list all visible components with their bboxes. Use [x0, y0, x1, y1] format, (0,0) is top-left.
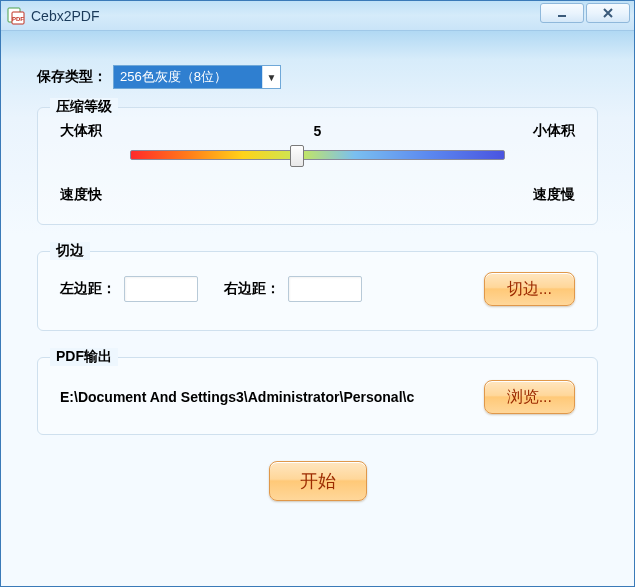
output-row: E:\Document And Settings3\Administrator\… [60, 372, 575, 414]
trim-group: 切边 左边距： 右边距： 切边... [37, 251, 598, 331]
compression-slider[interactable] [130, 150, 505, 174]
start-button[interactable]: 开始 [269, 461, 367, 501]
compression-bottom-labels: 速度快 速度慢 [60, 186, 575, 204]
trim-legend: 切边 [50, 242, 90, 260]
slow-label: 速度慢 [533, 186, 575, 204]
slider-thumb[interactable] [290, 145, 304, 167]
svg-rect-3 [558, 15, 566, 17]
save-type-selected: 256色灰度（8位） [114, 66, 262, 88]
browse-button[interactable]: 浏览... [484, 380, 575, 414]
save-type-combo[interactable]: 256色灰度（8位） ▼ [113, 65, 281, 89]
app-icon: PDF [7, 7, 25, 25]
left-margin-input[interactable] [124, 276, 198, 302]
trim-button[interactable]: 切边... [484, 272, 575, 306]
window-controls [540, 3, 630, 23]
app-window: PDF Cebx2PDF 保存类型： 256色灰度（8位） ▼ 压缩等级 大体积 [0, 0, 635, 587]
big-size-label: 大体积 [60, 122, 102, 140]
right-margin-input[interactable] [288, 276, 362, 302]
trim-row: 左边距： 右边距： 切边... [60, 266, 575, 310]
compression-top-labels: 大体积 5 小体积 [60, 122, 575, 140]
minimize-button[interactable] [540, 3, 584, 23]
window-title: Cebx2PDF [31, 8, 99, 24]
client-area: 保存类型： 256色灰度（8位） ▼ 压缩等级 大体积 5 小体积 速度快 速度… [1, 31, 634, 501]
left-margin-label: 左边距： [60, 280, 116, 298]
close-button[interactable] [586, 3, 630, 23]
output-legend: PDF输出 [50, 348, 118, 366]
output-group: PDF输出 E:\Document And Settings3\Administ… [37, 357, 598, 435]
compression-legend: 压缩等级 [50, 98, 118, 116]
slider-track [130, 150, 505, 160]
chevron-down-icon: ▼ [262, 66, 280, 88]
save-type-row: 保存类型： 256色灰度（8位） ▼ [37, 65, 598, 89]
save-type-label: 保存类型： [37, 68, 107, 86]
output-path: E:\Document And Settings3\Administrator\… [60, 389, 474, 405]
svg-text:PDF: PDF [12, 16, 24, 22]
titlebar[interactable]: PDF Cebx2PDF [1, 1, 634, 31]
compression-group: 压缩等级 大体积 5 小体积 速度快 速度慢 [37, 107, 598, 225]
small-size-label: 小体积 [533, 122, 575, 140]
right-margin-label: 右边距： [224, 280, 280, 298]
compression-value: 5 [102, 123, 533, 139]
start-row: 开始 [37, 461, 598, 501]
fast-label: 速度快 [60, 186, 102, 204]
